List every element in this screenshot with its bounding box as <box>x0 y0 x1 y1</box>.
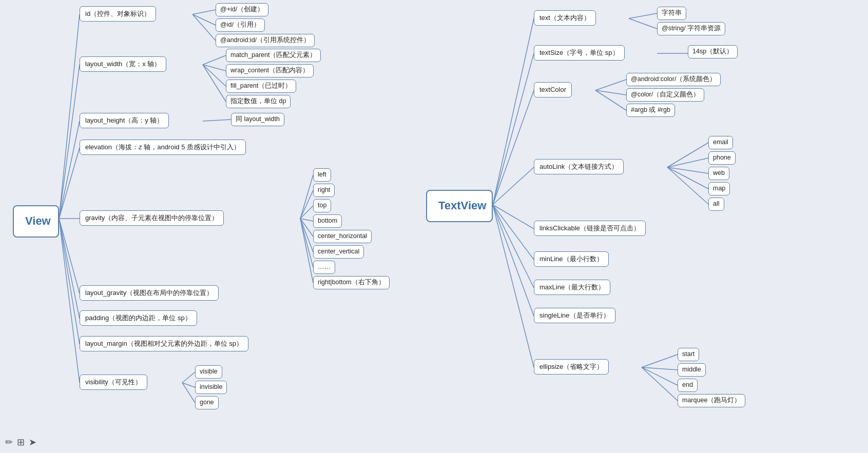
svg-line-28 <box>493 18 534 205</box>
svg-line-27 <box>182 383 195 403</box>
bottom-toolbar: ✏ ⊞ ➤ <box>5 437 36 448</box>
svg-line-45 <box>667 167 708 173</box>
ellipsize-marquee: marquee（跑马灯） <box>678 394 745 407</box>
svg-line-42 <box>595 90 626 110</box>
text-node: text（文本内容） <box>534 10 596 26</box>
maxline-node: maxLine（最大行数） <box>534 280 610 295</box>
svg-line-26 <box>182 383 195 387</box>
svg-line-29 <box>493 53 534 205</box>
autolink-email: email <box>708 136 733 149</box>
svg-line-2 <box>59 121 80 219</box>
svg-line-11 <box>192 14 216 41</box>
linksclickable-node: linksClickable（链接是否可点击） <box>534 221 646 236</box>
svg-line-50 <box>642 367 678 385</box>
svg-line-7 <box>59 219 80 344</box>
svg-line-37 <box>629 13 657 18</box>
svg-line-20 <box>300 219 313 221</box>
text-string: 字符串 <box>657 7 686 20</box>
gravity-right-bottom: right|bottom（右下角） <box>313 276 390 289</box>
ellipsize-node: ellipsize（省略文字） <box>534 359 609 375</box>
svg-line-6 <box>59 219 80 319</box>
text-string-resource: @string/ 字符串资源 <box>657 22 725 35</box>
autolink-phone: phone <box>708 151 736 165</box>
textsize-default: 14sp（默认） <box>688 45 738 58</box>
ellipsize-start: start <box>678 348 699 361</box>
mind-map-container: View id（控件、对象标识） layout_width（宽：x 轴） lay… <box>0 0 868 453</box>
svg-line-19 <box>300 206 313 219</box>
svg-line-5 <box>59 219 80 293</box>
gravity-top: top <box>313 199 331 212</box>
svg-line-24 <box>300 219 313 283</box>
id-leaf-ref: @id/（引用） <box>216 18 265 32</box>
svg-line-12 <box>203 55 226 65</box>
layout-gravity-node: layout_gravity（视图在布局中的停靠位置） <box>80 285 219 301</box>
textcolor-node: textColor <box>534 82 572 97</box>
textcolor-hex: #argb 或 #rgb <box>626 104 675 117</box>
zoom-icon: ⊞ <box>17 437 25 448</box>
ellipsize-middle: middle <box>678 363 706 377</box>
svg-line-47 <box>667 167 708 204</box>
svg-line-17 <box>300 175 313 219</box>
svg-line-41 <box>595 90 626 95</box>
svg-line-51 <box>642 367 678 401</box>
lw-match-parent: match_parent（匹配父元素） <box>226 49 321 62</box>
textcolor-system: @android:color/（系统颜色） <box>626 73 721 86</box>
gravity-center-h: center_horizontal <box>313 230 372 243</box>
id-leaf-android-ref: @android:id/（引用系统控件） <box>216 34 315 47</box>
svg-line-48 <box>642 354 678 367</box>
svg-line-35 <box>493 205 534 316</box>
svg-line-49 <box>642 367 678 370</box>
visibility-visible: visible <box>195 365 222 379</box>
singleline-node: singleLine（是否单行） <box>534 308 615 323</box>
gravity-ellipsis: …… <box>313 261 335 274</box>
svg-line-44 <box>667 158 708 167</box>
gravity-right: right <box>313 184 335 197</box>
gravity-bottom: bottom <box>313 214 342 228</box>
visibility-node: visibility（可见性） <box>80 375 147 390</box>
id-leaf-create: @+id/（创建） <box>216 3 268 16</box>
autolink-map: map <box>708 182 730 195</box>
lw-dp: 指定数值，单位 dp <box>226 95 291 108</box>
minline-node: minLine（最小行数） <box>534 251 609 267</box>
svg-line-38 <box>629 18 657 29</box>
svg-line-16 <box>203 120 231 121</box>
autolink-node: autoLink（文本链接方式） <box>534 159 624 174</box>
textsize-node: textSize（字号，单位 sp） <box>534 45 625 61</box>
svg-line-25 <box>182 372 195 383</box>
svg-line-33 <box>493 205 534 260</box>
visibility-gone: gone <box>195 396 219 409</box>
svg-line-40 <box>595 80 626 90</box>
svg-line-32 <box>493 205 534 229</box>
svg-line-36 <box>493 205 534 367</box>
autolink-web: web <box>708 167 729 180</box>
gravity-center-v: center_vertical <box>313 245 364 259</box>
textcolor-custom: @color/（自定义颜色） <box>626 88 704 102</box>
svg-line-22 <box>300 219 313 252</box>
elevation-node: elevation（海拔：z 轴，android 5 质感设计中引入） <box>80 140 246 155</box>
pencil-icon: ✏ <box>5 437 13 448</box>
svg-line-0 <box>59 14 80 219</box>
id-node: id（控件、对象标识） <box>80 6 156 22</box>
gravity-node: gravity（内容、子元素在视图中的停靠位置） <box>80 210 224 226</box>
svg-line-43 <box>667 143 708 167</box>
lw-wrap-content: wrap_content（匹配内容） <box>226 64 314 77</box>
svg-line-13 <box>203 65 226 71</box>
lh-same: 同 layout_width <box>231 113 284 126</box>
svg-line-23 <box>300 219 313 267</box>
svg-line-21 <box>300 219 313 237</box>
layout-height-node: layout_height（高：y 轴） <box>80 113 169 128</box>
autolink-all: all <box>708 198 724 211</box>
ellipsize-end: end <box>678 379 698 392</box>
svg-line-14 <box>203 65 226 86</box>
svg-line-8 <box>59 219 80 383</box>
svg-line-1 <box>59 65 80 219</box>
svg-line-15 <box>203 65 226 102</box>
svg-line-3 <box>59 148 80 219</box>
svg-line-10 <box>192 14 216 25</box>
svg-line-9 <box>192 10 216 14</box>
svg-line-30 <box>493 90 534 205</box>
lw-fill-parent: fill_parent（已过时） <box>226 80 296 93</box>
svg-line-34 <box>493 205 534 288</box>
layout-margin-node: layout_margin（视图相对父元素的外边距，单位 sp） <box>80 336 248 351</box>
arrow-icon: ➤ <box>29 437 36 448</box>
